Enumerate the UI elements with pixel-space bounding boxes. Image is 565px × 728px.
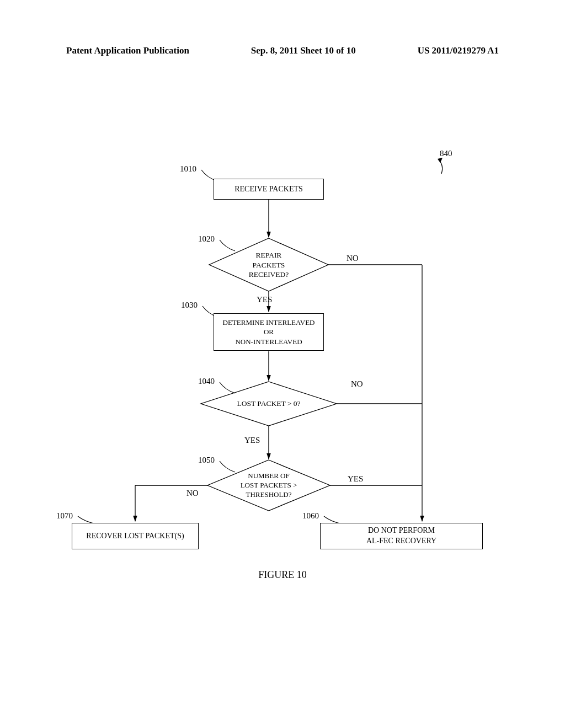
branch-yes-1020: YES xyxy=(257,295,272,304)
ref-1030: 1030 xyxy=(181,301,198,310)
branch-yes-1040: YES xyxy=(244,436,260,445)
box-receive-packets: RECEIVE PACKETS xyxy=(214,179,324,200)
box-text: DO NOT PERFORM AL-FEC RECOVERY xyxy=(366,526,436,547)
branch-no-1040: NO xyxy=(351,379,363,389)
flowchart-svg xyxy=(0,0,565,728)
ref-1020: 1020 xyxy=(198,234,215,244)
branch-no-1050: NO xyxy=(186,489,199,498)
svg-marker-0 xyxy=(438,158,443,163)
flowchart: RECEIVE PACKETS REPAIR PACKETS RECEIVED?… xyxy=(0,0,565,728)
diamond-text: LOST PACKET > 0? xyxy=(237,399,300,408)
diamond-text: NUMBER OF LOST PACKETS > THRESHOLD? xyxy=(241,472,297,499)
ref-1070: 1070 xyxy=(56,511,73,521)
ref-1050: 1050 xyxy=(198,456,215,465)
branch-yes-1050: YES xyxy=(348,474,363,484)
box-recover-lost: RECOVER LOST PACKET(S) xyxy=(72,523,199,549)
ref-1040: 1040 xyxy=(198,377,215,386)
box-determine-interleaved: DETERMINE INTERLEAVED OR NON-INTERLEAVED xyxy=(214,313,324,351)
box-text: DETERMINE INTERLEAVED OR NON-INTERLEAVED xyxy=(223,318,315,347)
box-text: RECEIVE PACKETS xyxy=(234,184,303,195)
ref-1010: 1010 xyxy=(180,164,196,174)
branch-no-1020: NO xyxy=(347,254,359,263)
ref-1060: 1060 xyxy=(302,511,319,521)
diamond-text: REPAIR PACKETS RECEIVED? xyxy=(249,251,289,279)
box-do-not-perform: DO NOT PERFORM AL-FEC RECOVERY xyxy=(320,523,483,549)
figure-caption: FIGURE 10 xyxy=(0,569,565,581)
box-text: RECOVER LOST PACKET(S) xyxy=(86,531,184,542)
ref-overall: 840 xyxy=(440,149,452,158)
diamond-lost-packet: LOST PACKET > 0? xyxy=(225,399,312,408)
diamond-repair-packets: REPAIR PACKETS RECEIVED? xyxy=(232,250,306,280)
diamond-threshold: NUMBER OF LOST PACKETS > THRESHOLD? xyxy=(231,472,307,500)
